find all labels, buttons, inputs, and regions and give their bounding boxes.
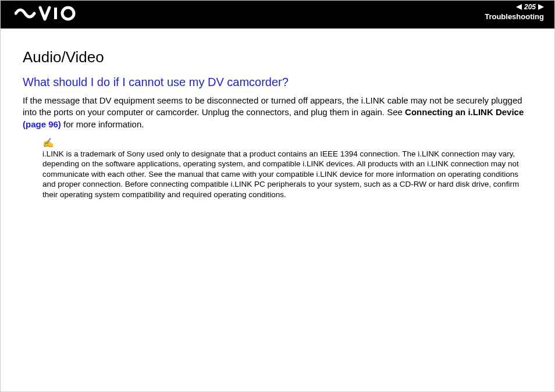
header-section-label: Troubleshooting (485, 12, 544, 21)
next-page-arrow-icon[interactable] (538, 4, 544, 10)
para-text-2: for more information. (61, 119, 144, 129)
note-pencil-icon: ✍ (42, 138, 526, 148)
vaio-logo (15, 5, 79, 22)
note-block: ✍ i.LINK is a trademark of Sony used onl… (42, 138, 526, 200)
page-reference-link[interactable]: (page 96) (23, 119, 61, 129)
page-nav: 205 Troubleshooting (485, 3, 544, 21)
note-text: i.LINK is a trademark of Sony used only … (42, 149, 526, 200)
page-content: Audio/Video What should I do if I cannot… (1, 28, 554, 199)
question-heading: What should I do if I cannot use my DV c… (23, 76, 532, 89)
section-title: Audio/Video (23, 48, 532, 66)
para-bold-ref: Connecting an i.LINK Device (405, 107, 524, 117)
page-number: 205 (524, 3, 536, 11)
vaio-logo-svg (15, 5, 79, 22)
svg-rect-0 (54, 8, 57, 19)
body-paragraph: If the message that DV equipment seems t… (23, 95, 532, 130)
svg-point-1 (62, 8, 74, 19)
page-header: 205 Troubleshooting (1, 1, 554, 28)
prev-page-arrow-icon[interactable] (516, 4, 522, 10)
